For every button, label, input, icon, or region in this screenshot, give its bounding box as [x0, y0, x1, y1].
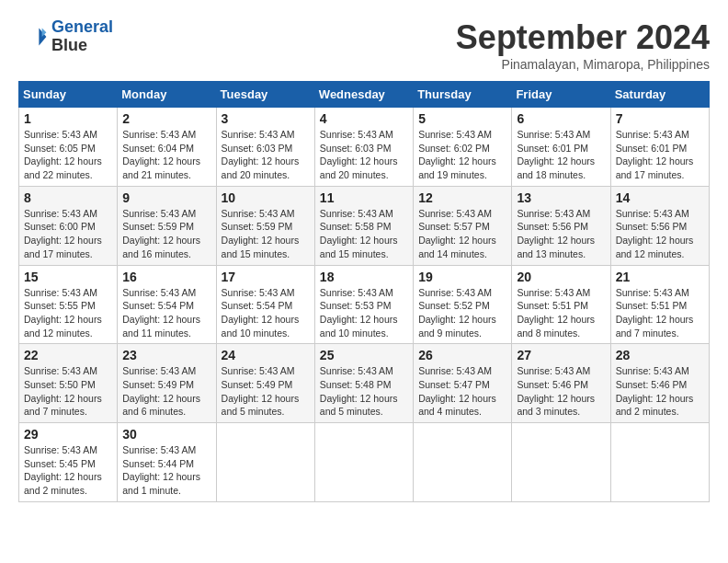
logo-line2: Blue	[51, 37, 113, 55]
day-number: 24	[222, 348, 310, 362]
day-cell-7: 7 Sunrise: 5:43 AM Sunset: 6:01 PM Dayli…	[610, 108, 709, 187]
day-cell-16: 16 Sunrise: 5:43 AM Sunset: 5:54 PM Dayl…	[118, 265, 216, 344]
day-number: 9	[122, 190, 210, 205]
location: Pinamalayan, Mimaropa, Philippines	[456, 57, 710, 72]
day-info: Sunrise: 5:43 AM Sunset: 5:53 PM Dayligh…	[320, 286, 408, 340]
day-number: 15	[24, 270, 112, 284]
day-info: Sunrise: 5:43 AM Sunset: 6:03 PM Dayligh…	[222, 128, 310, 182]
day-number: 20	[517, 270, 605, 284]
day-cell-18: 18 Sunrise: 5:43 AM Sunset: 5:53 PM Dayl…	[314, 265, 413, 344]
day-info: Sunrise: 5:43 AM Sunset: 5:44 PM Dayligh…	[122, 443, 210, 498]
day-info: Sunrise: 5:43 AM Sunset: 5:54 PM Dayligh…	[222, 286, 310, 340]
logo-icon	[18, 22, 48, 52]
day-cell-24: 24 Sunrise: 5:43 AM Sunset: 5:49 PM Dayl…	[216, 344, 314, 423]
day-cell-5: 5 Sunrise: 5:43 AM Sunset: 6:02 PM Dayli…	[414, 108, 512, 187]
day-cell-3: 3 Sunrise: 5:43 AM Sunset: 6:03 PM Dayli…	[216, 108, 314, 187]
day-number: 13	[517, 190, 605, 205]
day-cell-12: 12 Sunrise: 5:43 AM Sunset: 5:57 PM Dayl…	[414, 186, 512, 265]
day-info: Sunrise: 5:43 AM Sunset: 5:56 PM Dayligh…	[616, 207, 704, 261]
day-number: 17	[222, 270, 310, 284]
header-friday: Friday	[512, 82, 610, 108]
day-number: 23	[122, 348, 210, 362]
empty-cell	[610, 423, 709, 502]
day-cell-28: 28 Sunrise: 5:43 AM Sunset: 5:46 PM Dayl…	[610, 344, 709, 423]
day-info: Sunrise: 5:43 AM Sunset: 5:48 PM Dayligh…	[320, 364, 408, 419]
day-number: 30	[122, 427, 210, 442]
day-cell-8: 8 Sunrise: 5:43 AM Sunset: 6:00 PM Dayli…	[19, 186, 118, 265]
day-cell-10: 10 Sunrise: 5:43 AM Sunset: 5:59 PM Dayl…	[216, 186, 314, 265]
day-info: Sunrise: 5:43 AM Sunset: 5:56 PM Dayligh…	[517, 207, 605, 261]
day-info: Sunrise: 5:43 AM Sunset: 5:49 PM Dayligh…	[122, 364, 210, 419]
day-info: Sunrise: 5:43 AM Sunset: 5:59 PM Dayligh…	[222, 207, 310, 261]
day-info: Sunrise: 5:43 AM Sunset: 5:46 PM Dayligh…	[517, 364, 605, 419]
header-thursday: Thursday	[414, 82, 512, 108]
day-cell-20: 20 Sunrise: 5:43 AM Sunset: 5:51 PM Dayl…	[512, 265, 610, 344]
day-cell-2: 2 Sunrise: 5:43 AM Sunset: 6:04 PM Dayli…	[118, 108, 216, 187]
day-info: Sunrise: 5:43 AM Sunset: 6:02 PM Dayligh…	[418, 128, 506, 182]
day-cell-17: 17 Sunrise: 5:43 AM Sunset: 5:54 PM Dayl…	[216, 265, 314, 344]
month-title: September 2024	[456, 18, 710, 57]
calendar-week-3: 15 Sunrise: 5:43 AM Sunset: 5:55 PM Dayl…	[19, 265, 710, 344]
header-wednesday: Wednesday	[314, 82, 413, 108]
day-number: 1	[24, 111, 112, 126]
day-cell-25: 25 Sunrise: 5:43 AM Sunset: 5:48 PM Dayl…	[314, 344, 413, 423]
day-info: Sunrise: 5:43 AM Sunset: 6:03 PM Dayligh…	[320, 128, 408, 182]
day-cell-6: 6 Sunrise: 5:43 AM Sunset: 6:01 PM Dayli…	[512, 108, 610, 187]
day-info: Sunrise: 5:43 AM Sunset: 5:52 PM Dayligh…	[418, 286, 506, 340]
day-cell-23: 23 Sunrise: 5:43 AM Sunset: 5:49 PM Dayl…	[118, 344, 216, 423]
day-info: Sunrise: 5:43 AM Sunset: 5:55 PM Dayligh…	[24, 286, 112, 340]
day-number: 2	[122, 111, 210, 126]
calendar-week-5: 29 Sunrise: 5:43 AM Sunset: 5:45 PM Dayl…	[19, 423, 710, 502]
day-info: Sunrise: 5:43 AM Sunset: 5:51 PM Dayligh…	[517, 286, 605, 340]
header-saturday: Saturday	[610, 82, 709, 108]
empty-cell	[216, 423, 314, 502]
header: General Blue September 2024 Pinamalayan,…	[18, 18, 710, 72]
day-info: Sunrise: 5:43 AM Sunset: 5:51 PM Dayligh…	[616, 286, 704, 340]
day-cell-9: 9 Sunrise: 5:43 AM Sunset: 5:59 PM Dayli…	[118, 186, 216, 265]
day-info: Sunrise: 5:43 AM Sunset: 5:47 PM Dayligh…	[418, 364, 506, 419]
day-cell-29: 29 Sunrise: 5:43 AM Sunset: 5:45 PM Dayl…	[19, 423, 118, 502]
calendar-week-1: 1 Sunrise: 5:43 AM Sunset: 6:05 PM Dayli…	[19, 108, 710, 187]
day-number: 12	[418, 190, 506, 205]
header-tuesday: Tuesday	[216, 82, 314, 108]
day-number: 14	[616, 190, 704, 205]
day-number: 25	[320, 348, 408, 362]
day-cell-21: 21 Sunrise: 5:43 AM Sunset: 5:51 PM Dayl…	[610, 265, 709, 344]
day-number: 8	[24, 190, 112, 205]
day-info: Sunrise: 5:43 AM Sunset: 5:54 PM Dayligh…	[122, 286, 210, 340]
day-cell-26: 26 Sunrise: 5:43 AM Sunset: 5:47 PM Dayl…	[414, 344, 512, 423]
day-info: Sunrise: 5:43 AM Sunset: 5:59 PM Dayligh…	[122, 207, 210, 261]
day-number: 18	[320, 270, 408, 284]
day-info: Sunrise: 5:43 AM Sunset: 5:45 PM Dayligh…	[24, 443, 112, 498]
day-cell-30: 30 Sunrise: 5:43 AM Sunset: 5:44 PM Dayl…	[118, 423, 216, 502]
day-cell-4: 4 Sunrise: 5:43 AM Sunset: 6:03 PM Dayli…	[314, 108, 413, 187]
day-info: Sunrise: 5:43 AM Sunset: 6:01 PM Dayligh…	[616, 128, 704, 182]
empty-cell	[314, 423, 413, 502]
day-number: 7	[616, 111, 704, 126]
day-number: 26	[418, 348, 506, 362]
day-cell-19: 19 Sunrise: 5:43 AM Sunset: 5:52 PM Dayl…	[414, 265, 512, 344]
calendar-table: Sunday Monday Tuesday Wednesday Thursday…	[18, 81, 710, 502]
day-cell-22: 22 Sunrise: 5:43 AM Sunset: 5:50 PM Dayl…	[19, 344, 118, 423]
day-number: 4	[320, 111, 408, 126]
logo-line1: General	[51, 18, 113, 37]
weekday-header-row: Sunday Monday Tuesday Wednesday Thursday…	[19, 82, 710, 108]
day-cell-15: 15 Sunrise: 5:43 AM Sunset: 5:55 PM Dayl…	[19, 265, 118, 344]
day-number: 10	[222, 190, 310, 205]
day-number: 19	[418, 270, 506, 284]
day-number: 27	[517, 348, 605, 362]
day-cell-14: 14 Sunrise: 5:43 AM Sunset: 5:56 PM Dayl…	[610, 186, 709, 265]
day-info: Sunrise: 5:43 AM Sunset: 5:50 PM Dayligh…	[24, 364, 112, 419]
day-number: 11	[320, 190, 408, 205]
day-number: 5	[418, 111, 506, 126]
day-info: Sunrise: 5:43 AM Sunset: 5:49 PM Dayligh…	[222, 364, 310, 419]
day-cell-1: 1 Sunrise: 5:43 AM Sunset: 6:05 PM Dayli…	[19, 108, 118, 187]
day-info: Sunrise: 5:43 AM Sunset: 6:04 PM Dayligh…	[122, 128, 210, 182]
day-info: Sunrise: 5:43 AM Sunset: 6:05 PM Dayligh…	[24, 128, 112, 182]
day-number: 22	[24, 348, 112, 362]
day-info: Sunrise: 5:43 AM Sunset: 5:58 PM Dayligh…	[320, 207, 408, 261]
logo: General Blue	[18, 18, 113, 55]
empty-cell	[512, 423, 610, 502]
day-info: Sunrise: 5:43 AM Sunset: 5:46 PM Dayligh…	[616, 364, 704, 419]
day-info: Sunrise: 5:43 AM Sunset: 6:01 PM Dayligh…	[517, 128, 605, 182]
